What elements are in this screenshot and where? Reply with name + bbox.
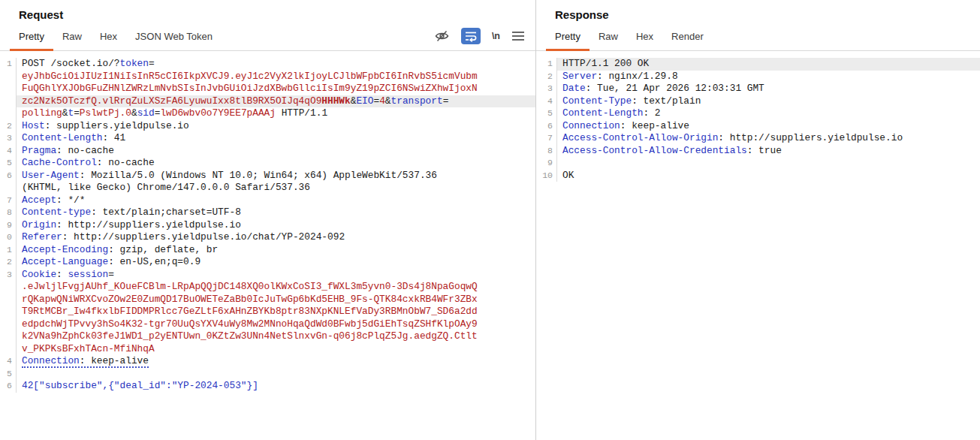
code-line: 5 bbox=[0, 368, 535, 381]
line-content: Accept-Encoding: gzip, deflate, br bbox=[17, 244, 535, 257]
line-content: Date: Tue, 21 Apr 2026 12:03:31 GMT bbox=[557, 83, 980, 95]
line-number: 1 bbox=[536, 58, 557, 71]
code-line: eyJhbGciOiJIUzI1NiIsInR5cCI6IkpXVCJ9.eyJ… bbox=[0, 71, 535, 83]
line-number: 7 bbox=[0, 194, 17, 207]
response-tab-pretty[interactable]: Pretty bbox=[546, 24, 590, 50]
line-content: Content-Length: 41 bbox=[17, 132, 535, 145]
line-content: Cache-Control: no-cache bbox=[17, 157, 535, 170]
line-content: POST /socket.io/?token= bbox=[17, 58, 535, 71]
code-line: 4Connection: keep-alive bbox=[0, 355, 535, 368]
line-number bbox=[0, 330, 17, 343]
request-editor-toolbar: \n bbox=[434, 28, 535, 50]
response-tab-hex[interactable]: Hex bbox=[627, 24, 662, 50]
code-line: 3Cookie: session= bbox=[0, 269, 535, 282]
line-content: Pragma: no-cache bbox=[17, 145, 535, 158]
line-content: Content-Length: 2 bbox=[557, 107, 980, 120]
code-line: FuQGhlYXJObGFuZHNlZWRzLmNvbSIsInJvbGUiOi… bbox=[0, 83, 535, 95]
request-editor[interactable]: 1POST /socket.io/?token=eyJhbGciOiJIUzI1… bbox=[0, 51, 535, 393]
wrap-lines-icon[interactable] bbox=[461, 28, 481, 44]
line-number: 7 bbox=[536, 132, 557, 145]
line-number: 2 bbox=[0, 256, 17, 269]
code-line: polling&t=PslwtPj.0&sid=lwD6wbv0o7Y9EE7p… bbox=[0, 107, 535, 120]
code-line: 8Content-type: text/plain;charset=UTF-8 bbox=[0, 206, 535, 219]
line-content: Referer: http://suppliers.yieldpulse.io/… bbox=[17, 231, 535, 244]
line-number: 3 bbox=[536, 83, 557, 95]
line-content: 42["subscribe",{"deal_id":"YP-2024-053"}… bbox=[17, 380, 535, 393]
editor-menu-icon[interactable] bbox=[511, 28, 525, 44]
line-content: FuQGhlYXJObGFuZHNlZWRzLmNvbSIsInJvbGUiOi… bbox=[17, 83, 535, 95]
line-content: Host: suppliers.yieldpulse.io bbox=[17, 120, 535, 133]
line-number: 5 bbox=[0, 368, 17, 381]
request-panel-title: Request bbox=[0, 0, 535, 21]
line-number bbox=[0, 343, 17, 356]
code-line: 3Date: Tue, 21 Apr 2026 12:03:31 GMT bbox=[536, 83, 980, 95]
response-editor-toolbar bbox=[969, 44, 980, 50]
code-line: edpdchWjTPvvy3hSo4K32-tgr70UuQsYXV4uWy8M… bbox=[0, 318, 535, 331]
line-content: HTTP/1.1 200 OK bbox=[557, 58, 980, 71]
line-number bbox=[0, 83, 17, 95]
request-tabs: PrettyRawHexJSON Web Token bbox=[0, 24, 222, 50]
code-line: 4Content-Type: text/plain bbox=[536, 95, 980, 108]
line-number bbox=[0, 294, 17, 306]
code-line: 10OK bbox=[536, 170, 980, 182]
show-newlines-toggle[interactable]: \n bbox=[492, 28, 500, 44]
code-line: 2Accept-Language: en-US,en;q=0.9 bbox=[0, 256, 535, 269]
line-content: edpdchWjTPvvy3hSo4K32-tgr70UuQsYXV4uWy8M… bbox=[17, 318, 535, 331]
line-number: 3 bbox=[0, 132, 17, 145]
line-number: 4 bbox=[536, 95, 557, 108]
code-line: v_PKPKsBFxhTAcn-MfiNhqA bbox=[0, 343, 535, 356]
line-content: zc2Nzk5OTczfQ.vlRrqZuLXSzFA6LyuwuIxx8tlB… bbox=[17, 95, 535, 108]
line-content: (KHTML, like Gecko) Chrome/147.0.0.0 Saf… bbox=[17, 182, 535, 194]
line-content: User-Agent: Mozilla/5.0 (Windows NT 10.0… bbox=[17, 170, 535, 182]
request-tab-raw[interactable]: Raw bbox=[53, 24, 91, 50]
request-panel-header: Request PrettyRawHexJSON Web Token \n bbox=[0, 0, 535, 51]
request-tab-json-web-token[interactable]: JSON Web Token bbox=[126, 24, 222, 50]
line-number: 9 bbox=[536, 157, 557, 170]
request-tab-hex[interactable]: Hex bbox=[91, 24, 126, 50]
message-editor-split-view: Request PrettyRawHexJSON Web Token \n 1P… bbox=[0, 0, 980, 440]
line-number: 8 bbox=[0, 206, 17, 219]
line-content: Connection: keep-alive bbox=[557, 120, 980, 133]
line-number: 4 bbox=[0, 145, 17, 158]
response-viewer[interactable]: 1HTTP/1.1 200 OK2Server: nginx/1.29.83Da… bbox=[536, 51, 980, 182]
line-content: Cookie: session= bbox=[17, 269, 535, 282]
line-number: 2 bbox=[536, 71, 557, 83]
code-line: 6User-Agent: Mozilla/5.0 (Windows NT 10.… bbox=[0, 170, 535, 182]
line-number: 10 bbox=[536, 170, 557, 182]
line-content: k2VNa9hZphCk03feJ1WD1_p2yENTUwn_0KZtZw3U… bbox=[17, 330, 535, 343]
line-content: rQKapwQNiWRXCvoZOw2E0ZumQD17BuOWETeZaBb0… bbox=[17, 294, 535, 306]
code-line: 6Connection: keep-alive bbox=[536, 120, 980, 133]
response-tabbar: PrettyRawHexRender bbox=[536, 24, 980, 50]
line-number: 0 bbox=[0, 231, 17, 244]
code-line: 3Content-Length: 41 bbox=[0, 132, 535, 145]
code-line: 642["subscribe",{"deal_id":"YP-2024-053"… bbox=[0, 380, 535, 393]
request-tab-pretty[interactable]: Pretty bbox=[10, 24, 53, 50]
code-line: 7Accept: */* bbox=[0, 194, 535, 207]
line-number bbox=[0, 71, 17, 83]
line-content: Origin: http://suppliers.yieldpulse.io bbox=[17, 219, 535, 232]
hide-matches-eye-off-icon[interactable] bbox=[434, 28, 450, 44]
code-line: 5Content-Length: 2 bbox=[536, 107, 980, 120]
line-content: .eJwljlFvgjAUhf_KOueFCBlm-LRpApQQjDC148X… bbox=[17, 281, 535, 294]
code-line: 1HTTP/1.1 200 OK bbox=[536, 58, 980, 71]
line-number bbox=[0, 306, 17, 318]
code-line: .eJwljlFvgjAUhf_KOueFCBlm-LRpApQQjDC148X… bbox=[0, 281, 535, 294]
line-number bbox=[0, 95, 17, 108]
code-line: 2Host: suppliers.yieldpulse.io bbox=[0, 120, 535, 133]
line-content: v_PKPKsBFxhTAcn-MfiNhqA bbox=[17, 343, 535, 356]
line-number: 3 bbox=[0, 269, 17, 282]
response-tab-render[interactable]: Render bbox=[662, 24, 713, 50]
line-content: T9RtMCBr_Iw4fkxlbFIDDMPRlcc7GeZLtF6xAHnZ… bbox=[17, 306, 535, 318]
line-number bbox=[0, 107, 17, 120]
line-content: polling&t=PslwtPj.0&sid=lwD6wbv0o7Y9EE7p… bbox=[17, 107, 535, 120]
line-number: 6 bbox=[536, 120, 557, 133]
code-line: (KHTML, like Gecko) Chrome/147.0.0.0 Saf… bbox=[0, 182, 535, 194]
code-line: 1Accept-Encoding: gzip, deflate, br bbox=[0, 244, 535, 257]
code-line: 7Access-Control-Allow-Origin: http://sup… bbox=[536, 132, 980, 145]
request-panel: Request PrettyRawHexJSON Web Token \n 1P… bbox=[0, 0, 535, 440]
line-content bbox=[557, 157, 980, 170]
response-tabs: PrettyRawHexRender bbox=[536, 24, 713, 50]
line-number bbox=[0, 318, 17, 331]
line-content: Server: nginx/1.29.8 bbox=[557, 71, 980, 83]
response-tab-raw[interactable]: Raw bbox=[590, 24, 627, 50]
